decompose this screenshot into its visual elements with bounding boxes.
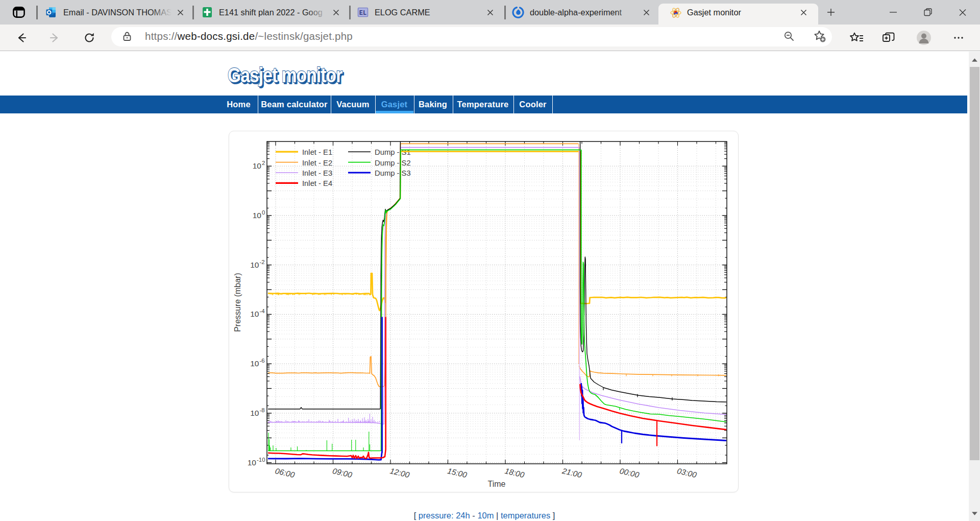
svg-text:-2: -2 <box>260 259 265 265</box>
svg-text:10: 10 <box>250 260 259 269</box>
svg-text:-6: -6 <box>260 358 265 364</box>
svg-text:10: 10 <box>250 359 259 368</box>
svg-text:06:00: 06:00 <box>274 466 296 479</box>
svg-text:Inlet - E4: Inlet - E4 <box>302 179 332 187</box>
svg-text:Inlet - E1: Inlet - E1 <box>302 148 332 156</box>
svg-text:-10: -10 <box>257 457 265 463</box>
svg-text:21:00: 21:00 <box>561 466 583 480</box>
svg-text:-4: -4 <box>260 308 265 314</box>
svg-text:12:00: 12:00 <box>389 466 410 479</box>
svg-text:18:00: 18:00 <box>504 466 525 479</box>
svg-text:Gasjet monitor: Gasjet monitor <box>228 63 342 87</box>
svg-text:09:00: 09:00 <box>332 466 353 479</box>
svg-text:10: 10 <box>253 211 262 220</box>
svg-text:Time: Time <box>488 480 506 488</box>
svg-text:Pressure (mbar): Pressure (mbar) <box>233 273 242 332</box>
svg-text:EL: EL <box>359 10 366 17</box>
svg-text:2: 2 <box>262 160 265 166</box>
svg-text:10: 10 <box>248 458 257 467</box>
svg-text:10: 10 <box>250 409 259 417</box>
svg-text:10: 10 <box>253 161 262 170</box>
svg-text:15:00: 15:00 <box>447 466 468 479</box>
svg-text:10: 10 <box>250 310 259 318</box>
svg-text:Dump - S2: Dump - S2 <box>375 159 411 167</box>
svg-text:-8: -8 <box>260 407 265 413</box>
svg-text:Dump - S3: Dump - S3 <box>375 169 411 177</box>
svg-text:0: 0 <box>262 209 265 216</box>
svg-text:Inlet - E2: Inlet - E2 <box>302 159 332 167</box>
svg-text:03:00: 03:00 <box>676 466 698 479</box>
svg-text:00:00: 00:00 <box>619 466 640 479</box>
svg-text:Inlet - E3: Inlet - E3 <box>302 169 332 177</box>
